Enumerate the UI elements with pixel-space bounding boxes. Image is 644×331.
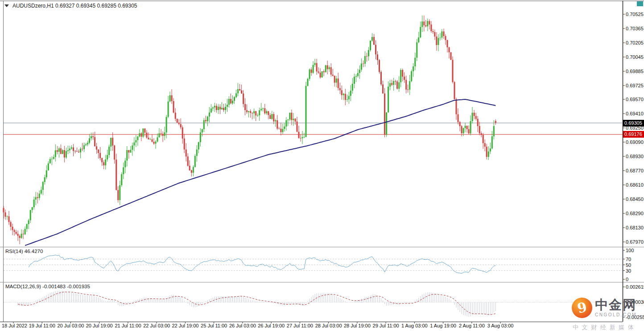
time-tick-label: 20 Jul 19:00: [86, 323, 113, 328]
price-tick-label: 0.69090: [626, 139, 644, 145]
price-tick-label: 0.69725: [626, 83, 644, 88]
price-tick-label: 0.68130: [626, 225, 644, 230]
red-line-price-tag: 0.69176: [623, 131, 644, 138]
rsi-indicator-title: RSI(14) 46.4270: [5, 249, 43, 254]
price-tick-label: 0.69410: [626, 111, 644, 116]
watermark-tagline: 中 文 财 经 新 媒 体: [573, 323, 643, 331]
macd-indicator-title: MACD(12,26,9) -0.001483 -0.001935: [5, 284, 90, 289]
price-tick-label: 0.70525: [626, 12, 644, 17]
time-tick-label: 28 Jul 03:00: [315, 323, 342, 328]
top-right-accent: [637, 1, 643, 6]
rsi-tick-label: 30: [626, 268, 631, 274]
rsi-tick-label: 50: [626, 262, 631, 268]
logo-glyph: 9: [576, 300, 588, 315]
trading-chart-window: AUDUSDzero,H1 0.69327 0.69345 0.69285 0.…: [0, 0, 644, 331]
time-tick-label: 28 Jul 19:00: [344, 323, 371, 328]
chart-title: AUDUSDzero,H1 0.69327 0.69345 0.69285 0.…: [12, 3, 137, 9]
price-tick-label: 0.69570: [626, 97, 644, 102]
price-tick-label: 0.68610: [626, 182, 644, 188]
bid-price-tag: 0.69305: [623, 120, 644, 127]
time-tick-label: 1 Aug 03:00: [401, 323, 428, 328]
price-tick-label: 0.68770: [626, 168, 644, 173]
price-tick-label: 0.68930: [626, 154, 644, 159]
time-tick-label: 3 Aug 03:00: [487, 323, 514, 328]
rsi-tick-label: 70: [626, 257, 631, 262]
chart-header: AUDUSDzero,H1 0.69327 0.69345 0.69285 0.…: [4, 3, 137, 9]
time-tick-label: 22 Jul 19:00: [172, 323, 198, 328]
watermark-brand: 中金网: [595, 298, 637, 311]
cngold-watermark: 9 中金网 CNGOLD.COM: [572, 298, 643, 318]
time-tick-label: 22 Jul 03:00: [143, 323, 170, 328]
price-tick-label: 0.67970: [626, 239, 644, 245]
chart-plot-area[interactable]: [0, 0, 644, 331]
rsi-tick-label: 0: [626, 277, 628, 282]
time-tick-label: 29 Jul 11:00: [373, 323, 399, 328]
rsi-tick-label: 100: [626, 248, 634, 253]
time-tick-label: 26 Jul 19:00: [258, 323, 285, 328]
symbol-dropdown-icon[interactable]: [4, 4, 9, 7]
time-tick-label: 21 Jul 11:00: [115, 323, 141, 328]
watermark-domain: CNGOLD.COM: [595, 312, 637, 317]
price-tick-label: 0.70205: [626, 40, 644, 45]
price-tick-label: 0.70365: [626, 26, 644, 31]
price-tick-label: 0.68290: [626, 211, 644, 216]
time-tick-label: 1 Aug 19:00: [430, 323, 456, 328]
time-tick-label: 20 Jul 03:00: [58, 323, 84, 328]
macd-tick-label: 0.002615: [626, 284, 644, 290]
time-tick-label: 2 Aug 11:00: [459, 323, 485, 328]
time-tick-label: 19 Jul 11:00: [29, 323, 55, 328]
cngold-logo-icon: 9: [572, 298, 592, 318]
price-tick-label: 0.70045: [626, 54, 644, 60]
price-tick-label: 0.69885: [626, 69, 644, 74]
time-tick-label: 25 Jul 11:00: [201, 323, 227, 328]
price-tick-label: 0.68450: [626, 196, 644, 202]
time-tick-label: 26 Jul 03:00: [229, 323, 256, 328]
time-tick-label: 18 Jul 2022: [2, 323, 27, 328]
time-tick-label: 27 Jul 11:00: [287, 323, 313, 328]
